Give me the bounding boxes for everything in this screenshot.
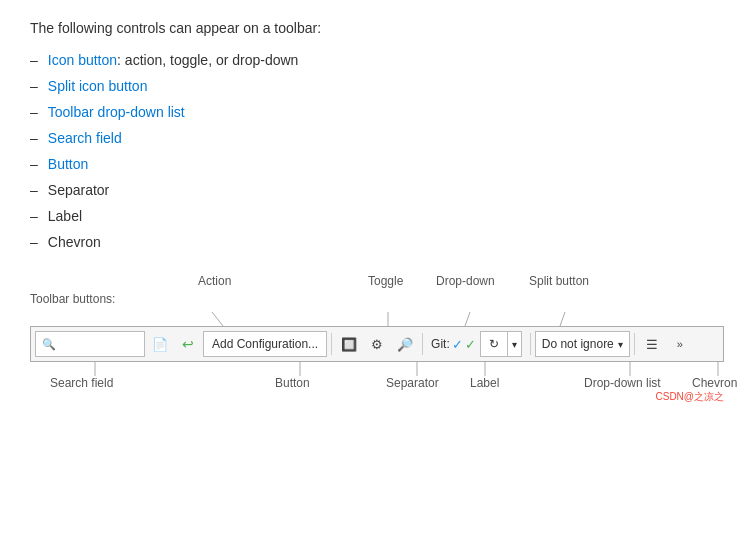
toolbar-icon-btn-back[interactable]: ↩ [175, 331, 201, 357]
gear-icon: ⚙ [371, 337, 383, 352]
toolbar-toggle-btn-1[interactable]: 🔲 [336, 331, 362, 357]
separator-text: Separator [48, 182, 109, 198]
label-below-label: Label [470, 376, 499, 390]
eye-icon: 🔎 [397, 337, 413, 352]
toolbar-toggle-btn-eye[interactable]: 🔎 [392, 331, 418, 357]
git-split-arrow[interactable]: ▾ [508, 332, 521, 356]
list-item-search-field: – Search field [30, 130, 724, 146]
toolbar-git-area: Git: ✓ ✓ ↻ ▾ [427, 331, 526, 357]
toolbar: 🔍 📄 ↩ Add Configuration... 🔲 ⚙ 🔎 Git: [30, 326, 724, 362]
controls-list: – Icon button: action, toggle, or drop-d… [30, 52, 724, 250]
list-item-separator: – Separator [30, 182, 724, 198]
chevron-text: Chevron [48, 234, 101, 250]
toolbar-icon-btn-page[interactable]: 📄 [147, 331, 173, 357]
icon-button-link[interactable]: Icon button [48, 52, 117, 68]
add-config-label: Add Configuration... [212, 337, 318, 351]
svg-line-0 [212, 312, 223, 326]
do-not-ignore-label: Do not ignore [542, 337, 614, 351]
page-icon: 📄 [152, 337, 168, 352]
split-icon-button-link[interactable]: Split icon button [48, 78, 148, 94]
search-icon: 🔍 [42, 338, 56, 351]
dropdown-label: Drop-down [436, 274, 495, 288]
button-link[interactable]: Button [48, 156, 88, 172]
toolbar-do-not-ignore-dropdown[interactable]: Do not ignore ▾ [535, 331, 630, 357]
labels-below-row: Search field Button Separator Label Drop… [30, 376, 724, 400]
dropdownlist-below-label: Drop-down list [584, 376, 661, 390]
git-checkmark-icon[interactable]: ✓ [465, 337, 476, 352]
toolbar-chevron-btn[interactable]: » [667, 331, 693, 357]
svg-line-2 [465, 312, 470, 326]
toolbar-separator-3 [530, 333, 531, 355]
toggle-label: Toggle [368, 274, 403, 288]
chevron-below-label: Chevron [692, 376, 737, 390]
git-sync-icon: ↻ [489, 337, 499, 351]
searchfield-below-label: Search field [50, 376, 113, 390]
toolbar-buttons-label: Toolbar buttons: [30, 292, 115, 306]
toolbar-toggle-btn-gear[interactable]: ⚙ [364, 331, 390, 357]
git-check-icon[interactable]: ✓ [452, 337, 463, 352]
toolbar-separator-1 [331, 333, 332, 355]
toolbar-git-split-btn[interactable]: ↻ ▾ [480, 331, 522, 357]
separator-below-label: Separator [386, 376, 439, 390]
svg-line-3 [560, 312, 565, 326]
connectors-below-svg [30, 362, 724, 376]
toggle-icon-1: 🔲 [341, 337, 357, 352]
connectors-above-svg [30, 312, 724, 326]
back-icon: ↩ [182, 336, 194, 352]
split-button-label: Split button [529, 274, 589, 288]
chevron-right-icon: » [677, 338, 683, 350]
list-item-button: – Button [30, 156, 724, 172]
list-item-split-icon-button: – Split icon button [30, 78, 724, 94]
list-item-label: – Label [30, 208, 724, 224]
icon-button-suffix: : action, toggle, or drop-down [117, 52, 298, 68]
search-field-link[interactable]: Search field [48, 130, 122, 146]
toolbar-dropdown-link[interactable]: Toolbar drop-down list [48, 104, 185, 120]
watermark: CSDN@之凉之 [656, 390, 725, 404]
toolbar-search-field[interactable]: 🔍 [35, 331, 145, 357]
git-label: Git: [431, 337, 450, 351]
list-item-toolbar-dropdown: – Toolbar drop-down list [30, 104, 724, 120]
toolbar-diagram: Toolbar buttons: Action Toggle Drop-down… [30, 274, 724, 400]
button-below-label: Button [275, 376, 310, 390]
toolbar-separator-2 [422, 333, 423, 355]
toolbar-separator-4 [634, 333, 635, 355]
list-item-icon-button: – Icon button: action, toggle, or drop-d… [30, 52, 724, 68]
toolbar-align-btn[interactable]: ☰ [639, 331, 665, 357]
list-item-chevron: – Chevron [30, 234, 724, 250]
label-text: Label [48, 208, 82, 224]
align-icon: ☰ [646, 337, 658, 352]
dropdown-arrow-icon: ▾ [618, 339, 623, 350]
intro-text: The following controls can appear on a t… [30, 20, 724, 36]
git-split-main[interactable]: ↻ [481, 332, 508, 356]
action-label: Action [198, 274, 231, 288]
toolbar-add-config-btn[interactable]: Add Configuration... [203, 331, 327, 357]
